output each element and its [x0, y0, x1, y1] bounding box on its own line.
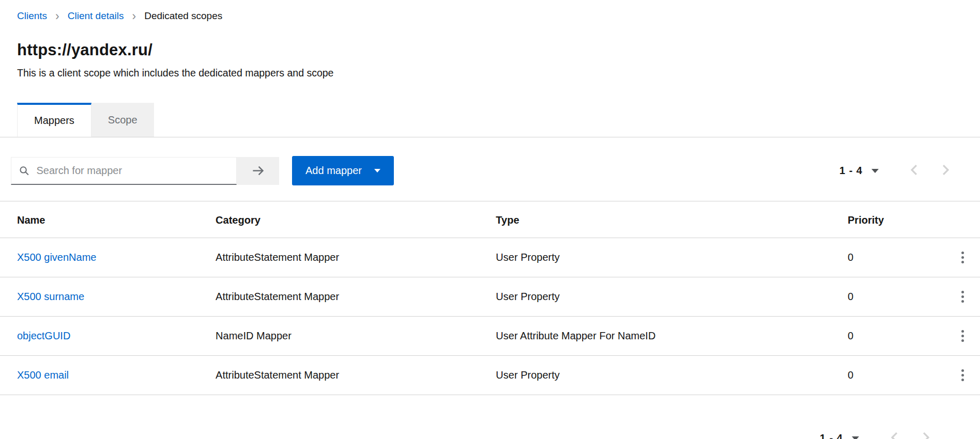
search-submit-button[interactable]	[237, 157, 279, 185]
row-kebab-menu-button[interactable]	[956, 288, 969, 306]
table-row: objectGUID NameID Mapper User Attribute …	[0, 317, 980, 356]
column-header-actions	[946, 201, 980, 238]
mapper-name-link[interactable]: X500 email	[17, 369, 69, 381]
column-header-type: Type	[496, 201, 848, 238]
row-kebab-menu-button[interactable]	[956, 248, 969, 266]
pagination-range: 1 - 4	[820, 432, 843, 439]
row-kebab-menu-button[interactable]	[956, 366, 969, 384]
page-subtitle: This is a client scope which includes th…	[17, 67, 980, 79]
table-header-row: Name Category Type Priority	[0, 201, 980, 238]
caret-down-icon	[374, 169, 380, 173]
mapper-type: User Attribute Mapper For NameID	[496, 317, 848, 356]
pagination-nav	[879, 428, 942, 439]
search-input[interactable]	[35, 164, 236, 177]
mapper-type: User Property	[496, 356, 848, 395]
kebab-icon	[961, 291, 964, 293]
mapper-category: AttributeStatement Mapper	[216, 238, 496, 277]
pagination-next-button[interactable]	[930, 160, 961, 181]
tab-scope[interactable]: Scope	[91, 103, 154, 137]
breadcrumb-separator-icon: ›	[132, 11, 136, 21]
add-mapper-label: Add mapper	[305, 165, 362, 177]
tab-bar: Mappers Scope	[0, 103, 980, 137]
breadcrumb: Clients › Client details › Dedicated sco…	[0, 0, 980, 22]
mapper-name-link[interactable]: objectGUID	[17, 330, 70, 341]
mappers-toolbar: Add mapper 1 - 4	[0, 156, 980, 185]
tab-mappers[interactable]: Mappers	[17, 103, 91, 137]
angle-right-icon	[942, 164, 950, 176]
column-header-name: Name	[0, 201, 216, 238]
kebab-icon	[961, 330, 964, 333]
breadcrumb-current-page: Dedicated scopes	[144, 10, 222, 22]
caret-down-icon	[871, 169, 879, 173]
mapper-category: AttributeStatement Mapper	[216, 356, 496, 395]
mapper-category: NameID Mapper	[216, 317, 496, 356]
angle-left-icon	[891, 432, 898, 439]
breadcrumb-client-details-link[interactable]: Client details	[68, 10, 124, 22]
arrow-right-icon	[251, 164, 265, 178]
mapper-type: User Property	[496, 238, 848, 277]
column-header-category: Category	[216, 201, 496, 238]
breadcrumb-separator-icon: ›	[55, 11, 59, 21]
row-kebab-menu-button[interactable]	[956, 327, 969, 345]
mapper-priority: 0	[848, 277, 946, 317]
search-box	[11, 157, 237, 185]
pagination-prev-button[interactable]	[898, 160, 930, 181]
pagination-prev-button[interactable]	[879, 428, 910, 439]
search-icon	[19, 165, 29, 176]
pagination-next-button[interactable]	[910, 428, 942, 439]
table-row: X500 givenName AttributeStatement Mapper…	[0, 238, 980, 277]
mapper-name-link[interactable]: X500 surname	[17, 291, 84, 302]
pagination-top-range-toggle[interactable]: 1 - 4	[839, 161, 879, 181]
page-title: https://yandex.ru/	[17, 41, 980, 59]
search-group	[11, 157, 279, 185]
add-mapper-button[interactable]: Add mapper	[292, 156, 394, 185]
angle-right-icon	[922, 432, 930, 439]
angle-left-icon	[910, 164, 918, 176]
table-row: X500 surname AttributeStatement Mapper U…	[0, 277, 980, 317]
pagination-range: 1 - 4	[839, 165, 863, 177]
mapper-name-link[interactable]: X500 givenName	[17, 252, 96, 263]
mapper-priority: 0	[848, 238, 946, 277]
pagination-bottom: 1 - 4	[0, 428, 942, 439]
tab-mappers-label: Mappers	[34, 115, 74, 127]
mapper-priority: 0	[848, 356, 946, 395]
mapper-category: AttributeStatement Mapper	[216, 277, 496, 317]
mapper-priority: 0	[848, 317, 946, 356]
pagination-nav	[898, 160, 961, 181]
column-header-priority: Priority	[848, 201, 946, 238]
kebab-icon	[961, 369, 964, 372]
table-row: X500 email AttributeStatement Mapper Use…	[0, 356, 980, 395]
mappers-table: Name Category Type Priority X500 givenNa…	[0, 201, 980, 395]
breadcrumb-clients-link[interactable]: Clients	[17, 10, 47, 22]
pagination-bottom-range-toggle[interactable]: 1 - 4	[820, 428, 859, 439]
kebab-icon	[961, 252, 964, 254]
pagination-top: 1 - 4	[839, 160, 961, 181]
mapper-type: User Property	[496, 277, 848, 317]
tab-scope-label: Scope	[108, 114, 137, 126]
caret-down-icon	[852, 436, 859, 439]
